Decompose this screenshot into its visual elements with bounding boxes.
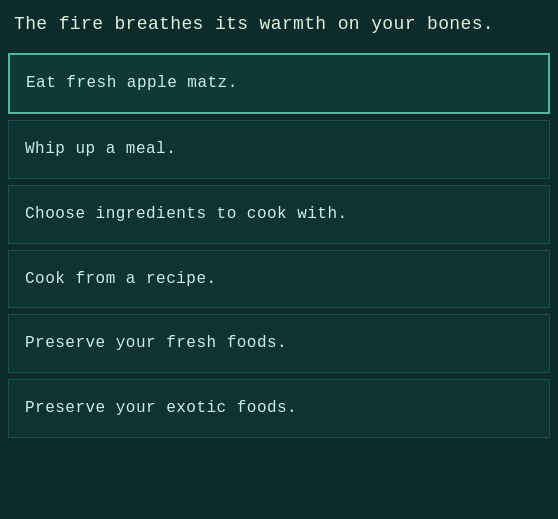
menu-item-label: Preserve your fresh foods. [25,333,287,354]
menu-container: Eat fresh apple matz. Whip up a meal. Ch… [0,47,558,444]
menu-item-label: Cook from a recipe. [25,269,217,290]
menu-item-preserve-fresh[interactable]: Preserve your fresh foods. [8,314,550,373]
menu-item-label: Whip up a meal. [25,139,176,160]
menu-item-whip-meal[interactable]: Whip up a meal. [8,120,550,179]
page-header: The fire breathes its warmth on your bon… [0,0,558,47]
menu-item-choose-ingredients[interactable]: Choose ingredients to cook with. [8,185,550,244]
menu-item-label: Preserve your exotic foods. [25,398,297,419]
menu-item-label: Choose ingredients to cook with. [25,204,348,225]
header-text: The fire breathes its warmth on your bon… [14,14,494,34]
menu-item-cook-recipe[interactable]: Cook from a recipe. [8,250,550,309]
menu-item-preserve-exotic[interactable]: Preserve your exotic foods. [8,379,550,438]
menu-item-eat-fresh[interactable]: Eat fresh apple matz. [8,53,550,114]
menu-item-label: Eat fresh apple matz. [26,73,238,94]
